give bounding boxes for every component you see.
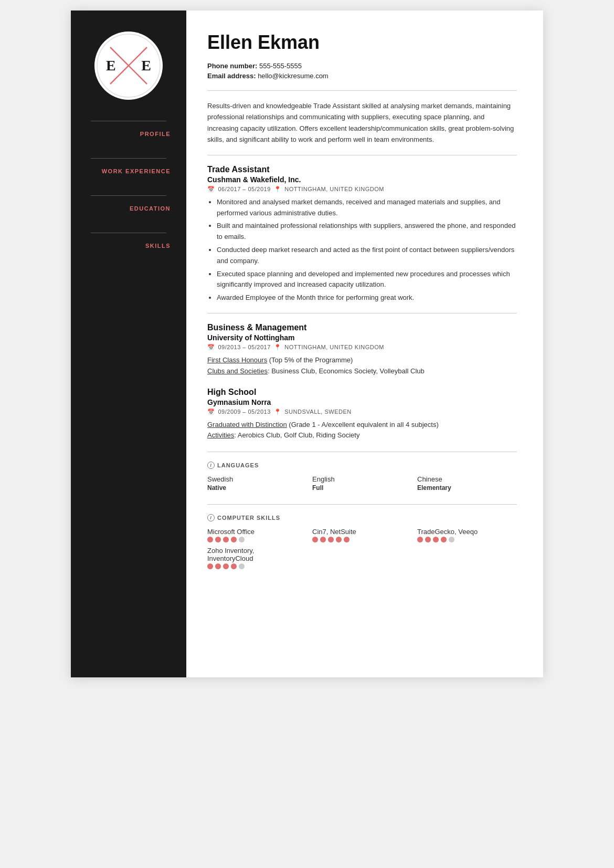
languages-title: LANGUAGES [217, 462, 259, 468]
edu-meta-0: 📅 09/2013 – 05/2017 📍 NOTTINGHAM, UNITED… [207, 344, 517, 351]
resume-container: E E PROFILE WORK EXPERIENCE EDUCATION [71, 11, 543, 677]
avatar-cross-icon [94, 32, 163, 100]
edu-school-0: University of Nottingham [207, 333, 517, 342]
dot [425, 537, 431, 542]
sidebar-work-section: WORK EXPERIENCE [71, 158, 186, 190]
info-icon-computer: i [207, 514, 215, 521]
sidebar-profile-section: PROFILE [71, 121, 186, 153]
sidebar-label-profile: PROFILE [81, 131, 176, 137]
dot [231, 537, 237, 542]
comp-cin7-name: Cin7, NetSuite [312, 528, 412, 536]
dot [320, 537, 326, 542]
edu-detail-label-3: Activities [207, 431, 234, 439]
dot [215, 537, 221, 542]
languages-grid: Swedish Native English Full Chinese Elem… [207, 475, 517, 494]
dot [328, 537, 334, 542]
calendar-icon: 📅 [207, 186, 215, 193]
info-icon-languages: i [207, 462, 215, 469]
phone-label: Phone number: [207, 62, 257, 70]
dot [215, 563, 221, 569]
edu-1: High School Gymnasium Norra 📅 09/2009 – … [207, 388, 517, 442]
comp-msoffice: Microsoft Office [207, 528, 307, 542]
sidebar: E E PROFILE WORK EXPERIENCE EDUCATION [71, 11, 186, 677]
edu-dates-0: 09/2013 – 05/2017 [218, 344, 271, 350]
computer-title: COMPUTER SKILLS [217, 515, 280, 521]
edu-detail-label-2: Graduated with Distinction [207, 421, 287, 428]
job-location: NOTTINGHAM, UNITED KINGDOM [284, 186, 384, 192]
edu-details-1: Graduated with Distinction (Grade 1 - A/… [207, 420, 517, 442]
job-bullets: Monitored and analysed market demands, r… [217, 197, 517, 304]
lang-swedish-level: Native [207, 484, 307, 491]
dot [239, 537, 245, 542]
dot [312, 537, 318, 542]
work-experience-section: Trade Assistant Cushman & Wakefield, Inc… [207, 165, 517, 304]
edu-location-1: SUNDSVALL, SWEDEN [284, 409, 352, 415]
dot [441, 537, 447, 542]
sidebar-education-section: EDUCATION [71, 195, 186, 227]
edu-loc-icon-0: 📍 [274, 344, 282, 351]
dot [207, 537, 213, 542]
computer-grid: Microsoft Office Cin7, NetSuite [207, 528, 517, 569]
divider-after-education [207, 452, 517, 452]
dot [344, 537, 350, 542]
sidebar-divider-profile [91, 121, 166, 121]
bullet-3: Executed space planning and developed an… [217, 269, 517, 291]
dot [239, 563, 245, 569]
location-icon: 📍 [274, 186, 282, 193]
edu-detail-row-2: Graduated with Distinction (Grade 1 - A/… [207, 420, 517, 431]
divider-after-work [207, 313, 517, 313]
sidebar-divider-skills [91, 233, 166, 233]
dot [231, 563, 237, 569]
phone-row: Phone number: 555-555-5555 [207, 62, 517, 70]
comp-cin7: Cin7, NetSuite [312, 528, 412, 542]
comp-zoho-name: Zoho Inventory, InventoryCloud [207, 547, 307, 562]
edu-degree-1: High School [207, 388, 517, 397]
comp-cin7-dots [312, 537, 412, 542]
languages-title-row: i LANGUAGES [207, 462, 517, 469]
lang-chinese-name: Chinese [417, 475, 517, 483]
dot [433, 537, 439, 542]
sidebar-label-education: EDUCATION [81, 205, 176, 212]
cal-icon-0: 📅 [207, 344, 215, 351]
dot [336, 537, 342, 542]
comp-msoffice-dots [207, 537, 307, 542]
contact-info: Phone number: 555-555-5555 Email address… [207, 62, 517, 80]
sidebar-divider-education [91, 195, 166, 196]
email-row: Email address: hello@kickresume.com [207, 72, 517, 80]
applicant-name: Ellen Ekman [207, 32, 517, 54]
edu-detail-value-3: : Aerobics Club, Golf Club, Riding Socie… [234, 431, 359, 439]
comp-msoffice-name: Microsoft Office [207, 528, 307, 536]
edu-meta-1: 📅 09/2009 – 05/2013 📍 SUNDSVALL, SWEDEN [207, 409, 517, 415]
divider-after-profile [207, 155, 517, 155]
email-value: hello@kickresume.com [258, 72, 329, 80]
job-0: Trade Assistant Cushman & Wakefield, Inc… [207, 165, 517, 304]
phone-value: 555-555-5555 [259, 62, 302, 70]
skills-section: i LANGUAGES Swedish Native English Full … [207, 462, 517, 569]
comp-tradegecko: TradeGecko, Veeqo [417, 528, 517, 542]
edu-detail-row-3: Activities: Aerobics Club, Golf Club, Ri… [207, 430, 517, 441]
edu-detail-value-0: (Top 5% of the Programme) [267, 356, 353, 364]
lang-swedish-name: Swedish [207, 475, 307, 483]
sidebar-label-work: WORK EXPERIENCE [81, 168, 176, 174]
computer-title-row: i COMPUTER SKILLS [207, 514, 517, 521]
edu-detail-label-1: Clubs and Societies [207, 367, 268, 375]
lang-english-level: Full [312, 484, 412, 491]
profile-text: Results-driven and knowledgeable Trade A… [207, 100, 517, 145]
divider-after-contact [207, 90, 517, 91]
edu-school-1: Gymnasium Norra [207, 398, 517, 406]
lang-english-name: English [312, 475, 412, 483]
dot [223, 537, 229, 542]
edu-loc-icon-1: 📍 [274, 409, 282, 415]
cal-icon-1: 📅 [207, 409, 215, 415]
edu-detail-value-2: (Grade 1 - A/excellent equivalent in all… [287, 421, 439, 428]
main-content: Ellen Ekman Phone number: 555-555-5555 E… [186, 11, 543, 677]
lang-chinese: Chinese Elementary [417, 475, 517, 494]
bullet-0: Monitored and analysed market demands, r… [217, 197, 517, 219]
edu-detail-row-0: First Class Honours (Top 5% of the Progr… [207, 355, 517, 366]
avatar: E E [94, 32, 163, 100]
dot [417, 537, 423, 542]
edu-detail-row-1: Clubs and Societies: Business Club, Econ… [207, 366, 517, 377]
edu-detail-label-0: First Class Honours [207, 356, 267, 364]
dot [207, 563, 213, 569]
edu-0: Business & Management University of Nott… [207, 323, 517, 377]
